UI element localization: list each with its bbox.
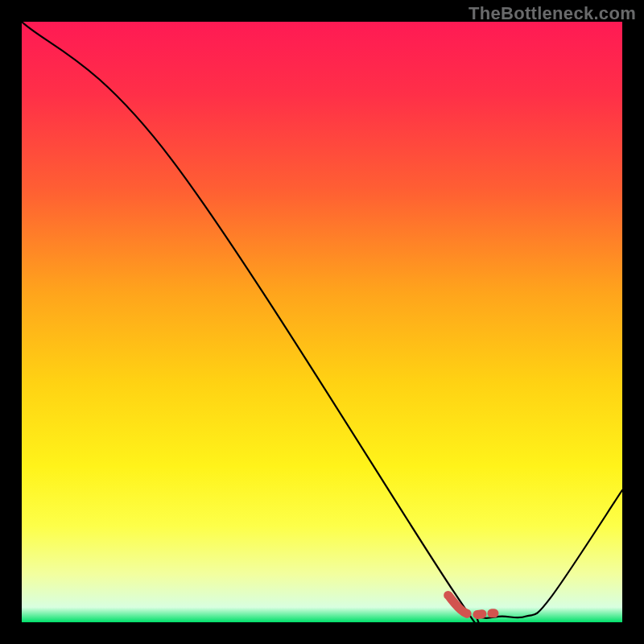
gradient-background xyxy=(22,22,622,622)
chart-svg xyxy=(22,22,622,622)
plot-area xyxy=(22,22,622,622)
chart-frame: TheBottleneck.com xyxy=(0,0,644,644)
watermark-text: TheBottleneck.com xyxy=(469,3,636,24)
